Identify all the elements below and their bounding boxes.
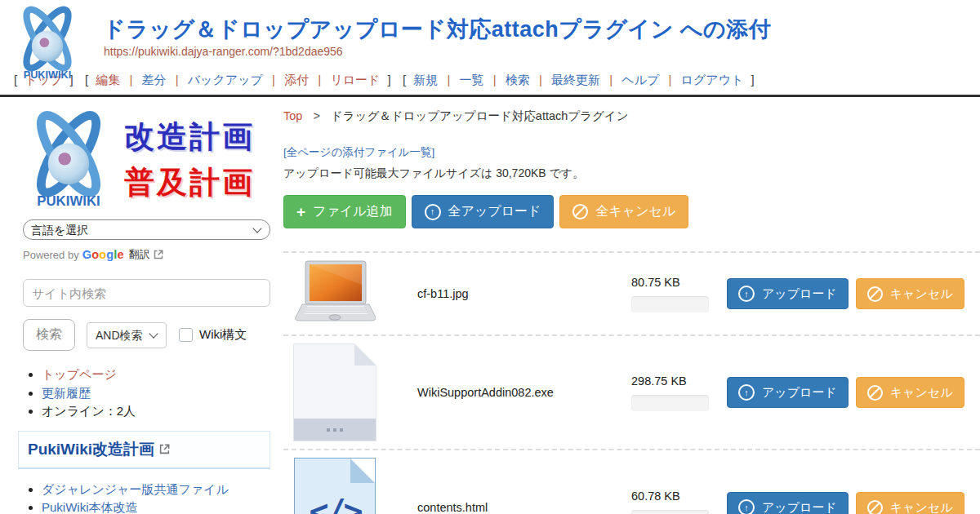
nav-link-backup[interactable]: バックアップ [188, 73, 263, 86]
translate-label: 翻訳 [129, 247, 150, 262]
nav-separator: | [539, 73, 542, 86]
cancel-button[interactable]: キャンセル [856, 492, 964, 514]
logo-brand-text: PUKIWIKI [37, 193, 100, 209]
nav-link-edit[interactable]: 編集 [96, 73, 120, 86]
plus-icon: + [296, 204, 305, 219]
nav-separator: | [129, 73, 132, 86]
nav-link-logout[interactable]: ログアウト [681, 73, 744, 86]
upload-queue: cf-b11.jpg 80.75 KB ↑ アップロード キャンセル [283, 251, 980, 514]
nav-separator: | [272, 73, 275, 86]
breadcrumb: Top > ドラッグ＆ドロップアップロード対応attachプラグイン [283, 109, 980, 124]
progress-bar [631, 510, 709, 514]
list-item: トップページ [42, 366, 270, 383]
file-size: 80.75 KB [631, 276, 713, 289]
main-content: Top > ドラッグ＆ドロップアップロード対応attachプラグイン [全ページ… [283, 97, 980, 514]
cancel-button[interactable]: キャンセル [856, 377, 964, 408]
progress-bar [631, 395, 709, 411]
ban-icon [572, 204, 588, 219]
upload-button[interactable]: ↑ アップロード [727, 377, 849, 408]
upload-all-button[interactable]: ↑ 全アップロード [412, 195, 555, 228]
nav-link-attach[interactable]: 添付 [284, 73, 309, 86]
file-row: </> contents.html 60.78 KB ↑ アップロード キャンセ… [283, 449, 980, 514]
online-count: オンライン：2人 [42, 404, 136, 418]
sidebar-quick-links: トップページ 更新履歴 オンライン：2人 [23, 366, 270, 420]
external-link-icon [159, 444, 170, 454]
wiki-syntax-option: Wiki構文 [179, 327, 247, 343]
nav-bracket: ] [751, 73, 755, 86]
nav-link-help[interactable]: ヘルプ [621, 73, 659, 86]
section-heading-label: PukiWiki改造計画 [28, 439, 154, 460]
ban-icon [867, 286, 883, 302]
nav-link-diff[interactable]: 差分 [142, 73, 167, 86]
external-link-icon [154, 250, 163, 259]
upload-icon: ↑ [738, 286, 755, 302]
add-files-button[interactable]: + ファイル追加 [283, 195, 406, 228]
file-size: 60.78 KB [631, 490, 713, 503]
pukiwiki-logo: PUKIWIKI [7, 4, 88, 82]
all-attachments-link[interactable]: [全ページの添付ファイル一覧] [283, 145, 434, 160]
sidebar-link-core-mod[interactable]: PukiWiki本体改造 [42, 500, 138, 514]
language-select-wrap: 言語を選択 [23, 219, 270, 240]
file-row: WikiSupportAddin082.exe 298.75 KB ↑ アップロ… [283, 335, 980, 449]
search-mode-wrap: AND検索 [87, 322, 167, 348]
code-glyph: </> [309, 493, 360, 514]
ban-icon [867, 500, 883, 514]
nav-separator: | [318, 73, 321, 86]
nav-link-recent[interactable]: 最終更新 [551, 73, 600, 86]
sidebar-section-heading[interactable]: PukiWiki改造計画 [18, 431, 270, 469]
search-button[interactable]: 検索 [23, 319, 75, 351]
sidebar: PUKIWIKI 改造計画 普及計画 言語を選択 Powered by Goog… [0, 97, 283, 514]
nav-link-list[interactable]: 一覧 [460, 73, 484, 86]
search-mode-select[interactable]: AND検索 [87, 322, 167, 348]
list-item: 更新履歴 [42, 384, 270, 402]
upload-toolbar: + ファイル追加 ↑ 全アップロード 全キャンセル [283, 195, 980, 228]
logo-slogan-kaizo: 改造計画 [124, 117, 255, 157]
breadcrumb-top-link[interactable]: Top [283, 109, 302, 122]
code-file-icon: </> [294, 458, 376, 514]
nav-bracket: [ [403, 73, 406, 86]
max-upload-size-text: アップロード可能最大ファイルサイズは 30,720KB です。 [283, 166, 980, 181]
list-item: オンライン：2人 [42, 402, 270, 420]
nav-link-search[interactable]: 検索 [506, 73, 530, 86]
sidebar-link-toppage[interactable]: トップページ [42, 367, 117, 381]
sidebar-plugin-links: ダジャレンジャー版共通ファイル PukiWiki本体改造 PukiWikiテキス… [23, 481, 270, 514]
breadcrumb-separator: > [313, 109, 319, 122]
file-name: WikiSupportAddin082.exe [417, 386, 631, 399]
list-item: PukiWiki本体改造 [42, 498, 270, 514]
sidebar-link-common-files[interactable]: ダジャレンジャー版共通ファイル [42, 482, 229, 496]
nav-link-reload[interactable]: リロード [330, 73, 380, 86]
cancel-button[interactable]: キャンセル [856, 278, 964, 309]
site-search-input[interactable] [23, 279, 270, 307]
google-logo: Google [82, 248, 124, 261]
ban-icon [867, 385, 883, 401]
language-select[interactable]: 言語を選択 [23, 219, 270, 240]
page-header: PUKIWIKI ドラッグ＆ドロップアップロード対応attachプラグイン への… [0, 0, 980, 97]
upload-button[interactable]: ↑ アップロード [727, 492, 849, 514]
nav-link-new[interactable]: 新規 [413, 73, 438, 86]
nav-separator: | [493, 73, 497, 86]
file-name: contents.html [417, 501, 631, 514]
upload-button[interactable]: ↑ アップロード [727, 278, 849, 309]
progress-bar [631, 296, 709, 312]
nav-separator: | [609, 73, 612, 86]
powered-by-label: Powered by [23, 249, 79, 261]
wiki-syntax-label: Wiki構文 [199, 327, 247, 343]
page-fold [350, 459, 375, 483]
laptop-photo-thumbnail [294, 260, 376, 327]
cancel-all-button[interactable]: 全キャンセル [559, 195, 688, 228]
sidebar-link-history[interactable]: 更新履歴 [42, 386, 91, 400]
upload-icon: ↑ [738, 384, 755, 401]
google-translate-credit: Powered by Google 翻訳 [23, 247, 270, 262]
top-navigation: [ トップ ] [ 編集 | 差分 | バックアップ | 添付 | リロード ]… [0, 68, 980, 97]
list-item: ダジャレンジャー版共通ファイル [42, 481, 270, 498]
wiki-syntax-checkbox[interactable] [179, 328, 193, 342]
upload-icon: ↑ [738, 499, 755, 514]
nav-separator: | [176, 73, 179, 86]
search-controls: 検索 AND検索 Wiki構文 [23, 319, 270, 351]
logo-slogan-fukyu: 普及計画 [124, 162, 255, 203]
file-name: cf-b11.jpg [417, 287, 631, 300]
page-url-link[interactable]: https://pukiwiki.dajya-ranger.com/?1bd2d… [104, 45, 343, 58]
generic-file-icon [293, 343, 376, 441]
nav-separator: | [447, 73, 450, 86]
nav-separator: | [669, 73, 672, 86]
